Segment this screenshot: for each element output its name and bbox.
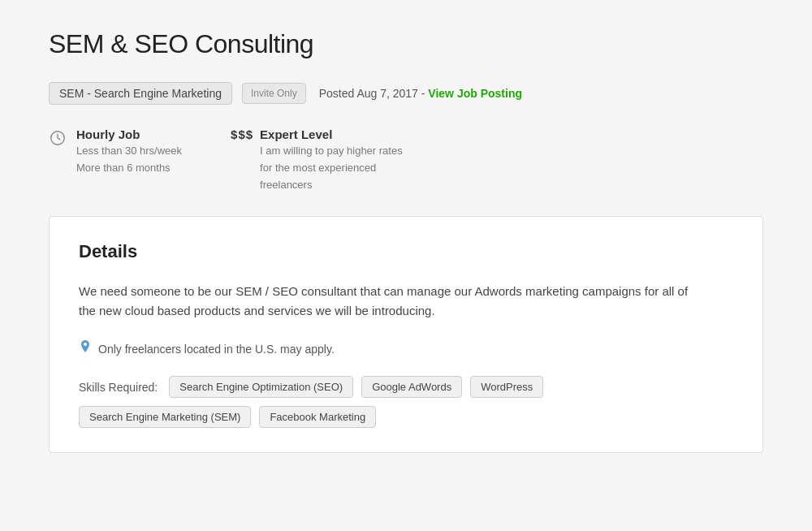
- expert-info: Expert Level I am willing to pay higher …: [260, 127, 403, 193]
- hours-per-week: Less than 30 hrs/week: [76, 143, 182, 160]
- expert-description: I am willing to pay higher rates for the…: [260, 143, 403, 193]
- details-heading: Details: [79, 241, 733, 262]
- skills-label: Skills Required:: [79, 381, 158, 394]
- expert-label: Expert Level: [260, 127, 403, 141]
- invite-only-badge: Invite Only: [242, 83, 306, 104]
- view-job-posting-link[interactable]: View Job Posting: [428, 87, 522, 100]
- location-icon: [79, 340, 92, 358]
- duration: More than 6 months: [76, 160, 182, 177]
- skill-tag-facebook-marketing[interactable]: Facebook Marketing: [259, 406, 376, 428]
- job-info-row: Hourly Job Less than 30 hrs/week More th…: [49, 127, 763, 193]
- skills-second-row: Search Engine Marketing (SEM) Facebook M…: [79, 406, 733, 428]
- category-tag-badge: SEM - Search Engine Marketing: [49, 82, 232, 105]
- skills-first-row: Skills Required: Search Engine Optimizat…: [79, 376, 733, 398]
- job-type-label: Hourly Job: [76, 127, 182, 141]
- hourly-job-block: Hourly Job Less than 30 hrs/week More th…: [49, 127, 182, 177]
- skill-tag-sem[interactable]: Search Engine Marketing (SEM): [79, 406, 251, 428]
- skills-section: Skills Required: Search Engine Optimizat…: [79, 376, 733, 428]
- expert-level-block: $$$ Expert Level I am willing to pay hig…: [231, 127, 403, 193]
- details-card: Details We need someone to be our SEM / …: [49, 216, 763, 453]
- page-title: SEM & SEO Consulting: [49, 29, 763, 59]
- skill-tag-seo[interactable]: Search Engine Optimization (SEO): [169, 376, 353, 398]
- posted-date-text: Posted Aug 7, 2017 - View Job Posting: [319, 87, 522, 100]
- skill-tag-wordpress[interactable]: WordPress: [470, 376, 543, 398]
- job-type-info: Hourly Job Less than 30 hrs/week More th…: [76, 127, 182, 177]
- location-note: Only freelancers located in the U.S. may…: [79, 340, 733, 358]
- clock-icon: [49, 129, 67, 150]
- location-text: Only freelancers located in the U.S. may…: [98, 343, 335, 356]
- skill-tag-adwords[interactable]: Google AdWords: [361, 376, 462, 398]
- page-container: SEM & SEO Consulting SEM - Search Engine…: [0, 0, 812, 531]
- dollar-signs: $$$: [231, 127, 253, 141]
- details-body: We need someone to be our SEM / SEO cons…: [79, 282, 696, 321]
- meta-row: SEM - Search Engine Marketing Invite Onl…: [49, 82, 763, 105]
